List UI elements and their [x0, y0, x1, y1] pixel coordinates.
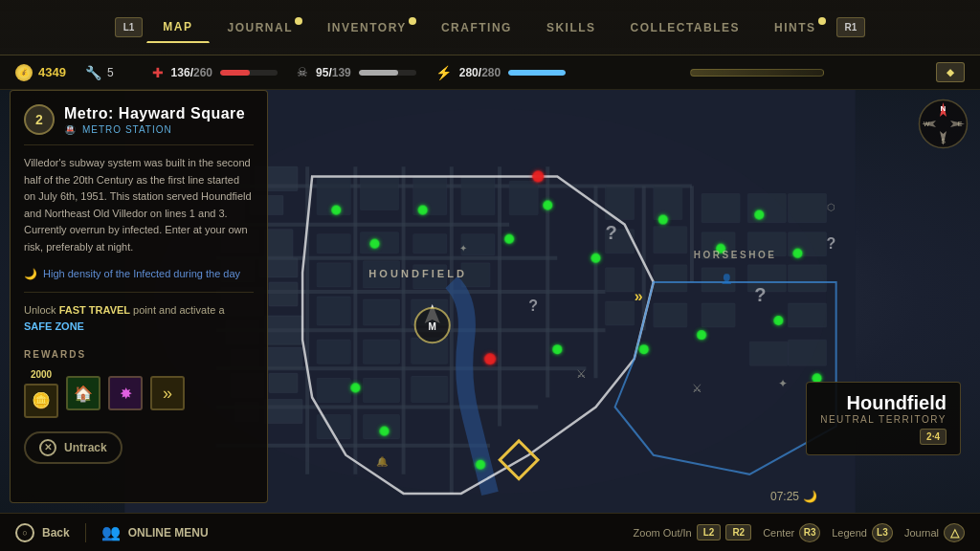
svg-rect-80 — [749, 342, 788, 365]
svg-text:HORSESHOE: HORSESHOE — [694, 250, 777, 260]
journal-hint: Journal △ — [904, 523, 965, 542]
svg-rect-54 — [363, 340, 399, 364]
back-button[interactable]: ○ Back — [15, 523, 70, 542]
svg-rect-70 — [747, 265, 786, 292]
svg-rect-66 — [747, 193, 786, 222]
immunity-bar — [508, 70, 566, 76]
stamina-stat: ☠ 95/139 — [297, 65, 416, 79]
svg-text:?: ? — [528, 297, 538, 314]
online-menu-button[interactable]: 👥 ONLINE MENU — [101, 523, 209, 541]
health-current: 136 — [171, 66, 190, 79]
health-stat: ✚ 136/260 — [152, 65, 278, 80]
stamina-fill — [359, 70, 398, 76]
svg-text:?: ? — [606, 222, 617, 243]
fast-travel-label: FAST TRAVEL — [59, 304, 130, 316]
journal-label: Journal — [904, 527, 939, 539]
moon-icon: 🌙 — [24, 268, 37, 280]
reward-home-icon: 🏠 — [66, 376, 100, 410]
zoom-label: Zoom Out/In — [634, 527, 692, 539]
reward-star-icon: ✸ — [108, 376, 143, 410]
svg-rect-53 — [317, 340, 350, 364]
coins-stat: 💰 4349 — [15, 64, 66, 81]
svg-rect-51 — [363, 299, 399, 325]
svg-rect-56 — [317, 378, 350, 402]
svg-rect-73 — [606, 301, 635, 325]
center-hint: Center R3 — [763, 523, 820, 542]
special-bar — [690, 69, 824, 77]
svg-rect-46 — [317, 263, 350, 287]
tab-skills[interactable]: SKILLS — [530, 12, 612, 43]
svg-text:✦: ✦ — [459, 243, 467, 253]
svg-point-84 — [418, 206, 428, 215]
svg-point-101 — [484, 353, 496, 364]
health-max: 260 — [193, 66, 212, 79]
svg-text:👤: 👤 — [721, 273, 733, 285]
untrack-button[interactable]: ✕ Untrack — [24, 431, 122, 464]
hints-badge — [818, 17, 826, 25]
reward-chevron: » — [150, 376, 185, 410]
bottom-bar: ○ Back 👥 ONLINE MENU Zoom Out/In L2 R2 C… — [0, 513, 980, 551]
svg-rect-17 — [269, 373, 298, 392]
svg-rect-64 — [654, 227, 687, 253]
legend-label: Legend — [832, 527, 867, 539]
tools-value: 5 — [107, 66, 114, 79]
immunity-current: 280 — [459, 66, 479, 79]
svg-point-86 — [543, 201, 552, 210]
zoom-in-btn[interactable]: R2 — [725, 524, 751, 540]
x-icon: ✕ — [39, 439, 56, 456]
nav-tabs-container: MAP JOURNAL INVENTORY CRAFTING SKILLS CO… — [146, 11, 832, 43]
svg-rect-71 — [702, 303, 735, 327]
panel-header: 2 Metro: Hayward Square 🚇 METRO STATION — [24, 104, 254, 135]
tab-inventory[interactable]: INVENTORY — [311, 12, 423, 43]
divider-2 — [24, 292, 254, 293]
immunity-fill — [508, 70, 566, 76]
back-circle-icon: ○ — [15, 523, 34, 542]
inventory-badge — [409, 17, 416, 25]
svg-point-87 — [590, 253, 600, 263]
coin-icon: 💰 — [15, 64, 33, 81]
area-subtitle: NEUTRAL TERRITORY — [820, 414, 947, 425]
svg-point-93 — [697, 330, 706, 340]
tab-collectables[interactable]: COLLECTABLES — [614, 12, 756, 43]
rewards-row: 2000 🪙 🏠 ✸ » — [24, 369, 254, 418]
top-right-button[interactable]: ◆ — [936, 62, 965, 82]
time-display: 07:25 🌙 — [770, 490, 817, 503]
svg-rect-65 — [702, 193, 740, 222]
tab-crafting[interactable]: CRAFTING — [425, 12, 528, 43]
svg-point-95 — [350, 383, 360, 392]
svg-text:M: M — [429, 321, 436, 332]
reward-star: ✸ — [108, 376, 143, 410]
svg-rect-76 — [788, 193, 826, 222]
tab-hints[interactable]: HINTS — [758, 12, 833, 43]
back-label: Back — [42, 526, 70, 540]
center-btn[interactable]: R3 — [799, 523, 820, 542]
svg-text:⚔: ⚔ — [692, 382, 702, 395]
time-value: 07:25 — [770, 490, 799, 503]
location-type: 🚇 METRO STATION — [64, 124, 245, 135]
svg-rect-41 — [509, 181, 538, 214]
density-warning: 🌙 High density of the Infected during th… — [24, 268, 254, 280]
journal-btn[interactable]: △ — [944, 523, 965, 542]
svg-rect-75 — [654, 303, 687, 327]
nav-left-button[interactable]: L1 — [115, 17, 144, 37]
svg-rect-15 — [264, 347, 302, 368]
svg-rect-60 — [363, 415, 399, 439]
coins-value: 4349 — [38, 65, 66, 79]
tab-journal[interactable]: JOURNAL — [212, 12, 310, 43]
svg-text:N: N — [941, 104, 947, 113]
legend-btn[interactable]: L3 — [872, 523, 893, 542]
health-icon: ✚ — [152, 65, 164, 80]
svg-point-98 — [552, 344, 562, 354]
stats-bar: 💰 4349 🔧 5 ✚ 136/260 ☠ 95/139 ⚡ 280/280 — [0, 55, 980, 90]
metro-icon: 🚇 — [64, 124, 77, 135]
zoom-out-btn[interactable]: L2 — [697, 524, 722, 540]
tab-map[interactable]: MAP — [146, 11, 209, 43]
nav-right-button[interactable]: R1 — [836, 17, 866, 37]
svg-point-91 — [792, 249, 802, 258]
svg-rect-43 — [360, 232, 398, 253]
safe-zone-label: SAFE ZONE — [24, 320, 84, 332]
bottom-left-controls: ○ Back 👥 ONLINE MENU — [15, 523, 209, 542]
stamina-bar — [359, 70, 416, 76]
svg-text:?: ? — [827, 234, 836, 252]
svg-point-92 — [773, 316, 783, 325]
